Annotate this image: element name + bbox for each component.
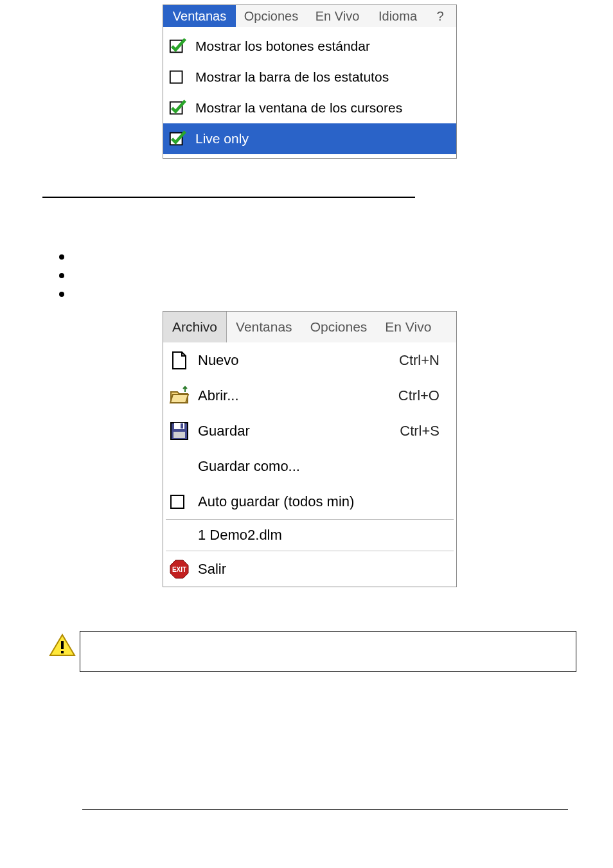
menu-item-label: 1 Demo2.dlm: [198, 527, 282, 544]
svg-rect-7: [173, 432, 185, 438]
svg-rect-6: [181, 423, 183, 429]
menu-item-abrir[interactable]: Abrir... Ctrl+O: [163, 378, 456, 413]
menu-item-label: Abrir...: [198, 387, 391, 404]
menubar-item-ventanas[interactable]: Ventanas: [163, 5, 236, 27]
menu-item-shortcut: Ctrl+N: [399, 352, 451, 369]
menubar-item-opciones2[interactable]: Opciones: [301, 312, 377, 342]
menu-item-label: Mostrar la barra de los estatutos: [195, 69, 389, 85]
menubar-item-idioma[interactable]: Idioma: [368, 5, 427, 27]
menubar-item-envivo2[interactable]: En Vivo: [376, 312, 440, 342]
exit-icon: EXIT: [168, 558, 190, 580]
archivo-dropdown: Nuevo Ctrl+N Abrir... Ctrl+O: [163, 342, 456, 587]
menu-item-recent-1[interactable]: 1 Demo2.dlm: [163, 520, 456, 551]
archivo-menu-window: Archivo Ventanas Opciones En Vivo Nuevo …: [163, 311, 457, 587]
menubar-item-archivo[interactable]: Archivo: [163, 312, 227, 342]
menubar-item-ventanas2[interactable]: Ventanas: [227, 312, 301, 342]
bullet: [59, 254, 64, 260]
checkbox-empty-icon: [168, 67, 188, 87]
menubar-1: Ventanas Opciones En Vivo Idioma ?: [163, 5, 456, 27]
menu-item-label: Guardar como...: [198, 458, 451, 475]
menubar-item-help[interactable]: ?: [427, 5, 453, 27]
warning-box: [80, 631, 576, 672]
menu-item-guardar[interactable]: Guardar Ctrl+S: [163, 413, 456, 448]
menu-item-auto-guardar[interactable]: Auto guardar (todos min): [163, 484, 456, 519]
menubar-item-envivo[interactable]: En Vivo: [306, 5, 368, 27]
warning-icon: [49, 633, 76, 657]
svg-rect-12: [61, 641, 64, 649]
file-new-icon: [168, 350, 190, 371]
menu-item-guardar-como[interactable]: Guardar como...: [163, 448, 456, 484]
menu-item-label: Live only: [195, 131, 249, 146]
folder-open-icon: [168, 385, 190, 407]
menubar-item-opciones[interactable]: Opciones: [236, 5, 306, 27]
menu-item-nuevo[interactable]: Nuevo Ctrl+N: [163, 342, 456, 378]
menu-item-shortcut: Ctrl+S: [400, 423, 451, 439]
svg-rect-8: [171, 495, 184, 508]
menu-item-mostrar-cursores[interactable]: Mostrar la ventana de los cursores: [163, 93, 456, 123]
bullet: [59, 273, 64, 278]
menu-item-mostrar-botones[interactable]: Mostrar los botones estándar: [163, 31, 456, 62]
menu-item-label: Guardar: [198, 423, 392, 439]
blank-icon: [168, 456, 190, 477]
menubar-2: Archivo Ventanas Opciones En Vivo: [163, 312, 456, 342]
ventanas-dropdown: Mostrar los botones estándar Mostrar la …: [163, 27, 456, 158]
divider: [42, 197, 415, 198]
menu-item-label: Nuevo: [198, 352, 391, 369]
menu-item-label: Auto guardar (todos min): [198, 493, 451, 510]
checkbox-checked-icon: [168, 129, 188, 148]
ventanas-menu-window: Ventanas Opciones En Vivo Idioma ? Mostr…: [163, 4, 457, 159]
checkbox-empty-icon: [168, 491, 190, 513]
footer-divider: [82, 809, 568, 810]
checkbox-checked-icon: [168, 98, 188, 118]
bullet: [59, 292, 64, 297]
menu-item-label: Mostrar los botones estándar: [195, 39, 370, 54]
svg-rect-13: [61, 651, 64, 653]
checkbox-checked-icon: [168, 37, 188, 56]
bullet-list: [59, 254, 64, 310]
menu-item-shortcut: Ctrl+O: [398, 387, 451, 404]
menu-item-label: Salir: [198, 561, 451, 578]
menu-item-mostrar-barra[interactable]: Mostrar la barra de los estatutos: [163, 62, 456, 93]
save-icon: [168, 420, 190, 442]
menu-item-live-only[interactable]: Live only: [163, 123, 456, 154]
menu-item-salir[interactable]: EXIT Salir: [163, 551, 456, 587]
menu-item-label: Mostrar la ventana de los cursores: [195, 100, 402, 116]
svg-text:EXIT: EXIT: [172, 566, 186, 573]
svg-rect-1: [170, 71, 182, 84]
